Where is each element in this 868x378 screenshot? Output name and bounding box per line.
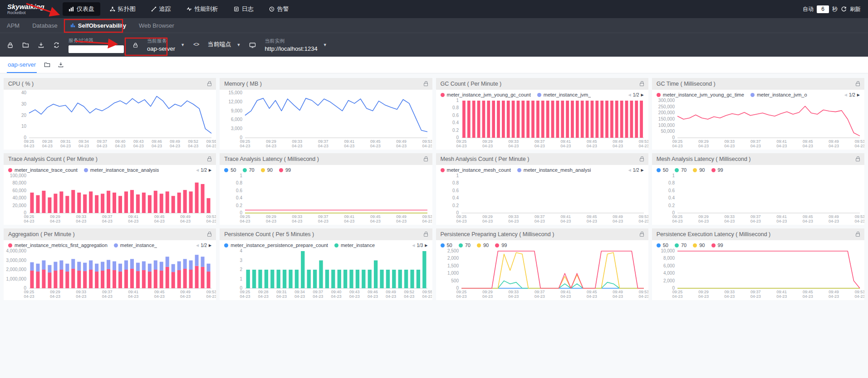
lock-edit-icon[interactable] bbox=[7, 42, 14, 48]
nav-item-profile[interactable]: 性能剖析 bbox=[181, 2, 224, 16]
service-filter-input[interactable] bbox=[69, 45, 124, 53]
legend-item[interactable]: 50 bbox=[441, 242, 452, 248]
legend-next-icon[interactable]: ▶ bbox=[209, 243, 211, 247]
tab-web-browser[interactable]: Web Browser bbox=[139, 22, 174, 29]
legend-item[interactable]: 70 bbox=[675, 167, 687, 173]
svg-text:09:41: 09:41 bbox=[776, 139, 787, 144]
chart-panel-persistence-execution-latency: Persistence Execution Latency ( Millisec… bbox=[652, 228, 864, 300]
nav-item-dashboard[interactable]: 仪表盘 bbox=[63, 2, 100, 16]
refresh-interval-input[interactable] bbox=[817, 5, 829, 13]
legend-prev-icon[interactable]: ◀ bbox=[628, 93, 631, 97]
nav-item-trace[interactable]: 追踪 bbox=[145, 2, 177, 16]
legend-item[interactable]: 70 bbox=[675, 242, 687, 248]
sync-icon[interactable] bbox=[53, 42, 60, 48]
tab-selfobservability[interactable]: SelfObservability bbox=[70, 22, 126, 29]
legend-item[interactable]: meter_instance_trace_count bbox=[8, 167, 78, 173]
legend-item[interactable]: 99 bbox=[711, 167, 723, 173]
svg-text:04-23: 04-23 bbox=[42, 144, 53, 148]
svg-text:09:33: 09:33 bbox=[508, 290, 519, 294]
lock-icon[interactable] bbox=[207, 233, 211, 237]
nav-item-alarm[interactable]: 告警 bbox=[263, 2, 295, 16]
legend-item[interactable]: 70 bbox=[459, 242, 471, 248]
folder-icon[interactable] bbox=[44, 62, 50, 68]
lock-icon[interactable] bbox=[856, 158, 860, 161]
nav-item-log[interactable]: 日志 bbox=[228, 2, 260, 16]
download-icon[interactable] bbox=[58, 62, 64, 68]
legend-next-icon[interactable]: ▶ bbox=[641, 168, 644, 172]
nav-item-topology[interactable]: 拓扑图 bbox=[104, 2, 142, 16]
legend-item[interactable]: meter_instance_jvm_o bbox=[750, 92, 807, 97]
legend-item[interactable]: meter_instance_mesh_count bbox=[441, 167, 511, 173]
refresh-icon[interactable] bbox=[841, 6, 847, 12]
svg-text:04-23: 04-23 bbox=[854, 219, 864, 223]
chart-legend: meter_instance_persistence_prepare_count… bbox=[220, 240, 432, 248]
lock-icon[interactable] bbox=[640, 233, 644, 237]
tab-database[interactable]: Database bbox=[32, 22, 58, 29]
svg-text:09:45: 09:45 bbox=[154, 290, 165, 294]
lock-icon[interactable] bbox=[856, 233, 860, 237]
current-service-selector[interactable]: 当前服务 oap-server ▼ bbox=[147, 38, 185, 52]
legend-item[interactable]: meter_instance_persistence_prepare_count bbox=[224, 242, 328, 248]
chart-plot: 00.20.40.60.8109:2504-2309:2904-2309:330… bbox=[220, 173, 432, 225]
legend-page-number: 1/2 bbox=[849, 92, 855, 97]
legend-item[interactable]: meter_instance_mesh_analysi bbox=[517, 167, 591, 173]
current-endpoint-selector[interactable]: 当前端点 ▼ bbox=[207, 40, 240, 49]
legend-item[interactable]: 90 bbox=[693, 167, 705, 173]
legend-item[interactable]: meter_instance_trace_analysis bbox=[84, 167, 159, 173]
folder-import-icon[interactable] bbox=[22, 42, 29, 48]
legend-prev-icon[interactable]: ◀ bbox=[196, 168, 199, 172]
legend-label: meter_instance_jvm_o bbox=[757, 92, 807, 97]
lock-icon[interactable] bbox=[640, 158, 644, 161]
legend-item[interactable]: 50 bbox=[224, 167, 236, 173]
svg-text:04-23: 04-23 bbox=[170, 144, 180, 148]
legend-item[interactable]: meter_instance bbox=[334, 242, 375, 248]
tab-apm[interactable]: APM bbox=[7, 22, 20, 29]
refresh-label[interactable]: 刷新 bbox=[850, 5, 861, 13]
app-logo[interactable]: Skywalking Rocketbot bbox=[7, 3, 44, 15]
legend-item[interactable]: 50 bbox=[657, 242, 668, 248]
endpoint-code-icon[interactable]: <> bbox=[193, 42, 199, 48]
legend-item[interactable]: meter_instance_jvm_ bbox=[537, 92, 591, 97]
svg-text:04-23: 04-23 bbox=[750, 294, 761, 299]
chart-title: Mesh Analysis Latency ( Millisecond ) bbox=[657, 156, 751, 162]
legend-next-icon[interactable]: ▶ bbox=[641, 93, 644, 97]
svg-text:09:28: 09:28 bbox=[258, 290, 269, 294]
current-instance-selector[interactable]: 当前实例 http://localhost:1234 ▼ bbox=[265, 38, 327, 52]
legend-item[interactable]: meter_instance_jvm_young_gc_count bbox=[441, 92, 531, 97]
legend-item[interactable]: 90 bbox=[693, 242, 705, 248]
legend-next-icon[interactable]: ▶ bbox=[209, 168, 211, 172]
svg-text:04-23: 04-23 bbox=[76, 219, 86, 223]
legend-item[interactable]: meter_instance_ bbox=[114, 242, 157, 248]
service-lock-icon[interactable] bbox=[132, 42, 138, 48]
legend-item[interactable]: 70 bbox=[243, 167, 255, 173]
chart-title: CPU ( % ) bbox=[8, 81, 34, 87]
legend-next-icon[interactable]: ▶ bbox=[857, 93, 860, 97]
legend-item[interactable]: 50 bbox=[657, 167, 668, 173]
instance-monitor-icon[interactable] bbox=[249, 42, 256, 48]
legend-item[interactable]: meter_instance_metrics_first_aggregation bbox=[8, 242, 108, 248]
lock-icon[interactable] bbox=[424, 158, 428, 161]
lock-icon[interactable] bbox=[424, 83, 428, 86]
legend-item[interactable]: meter_instance_jvm_young_gc_time bbox=[657, 92, 744, 97]
lock-icon[interactable] bbox=[424, 233, 428, 237]
legend-prev-icon[interactable]: ◀ bbox=[412, 243, 415, 247]
lock-icon[interactable] bbox=[640, 83, 644, 86]
legend-item[interactable]: 99 bbox=[711, 242, 723, 248]
export-download-icon[interactable] bbox=[38, 42, 44, 48]
legend-item[interactable]: 99 bbox=[495, 242, 507, 248]
lock-icon[interactable] bbox=[856, 83, 860, 86]
legend-item[interactable]: 90 bbox=[477, 242, 489, 248]
svg-text:04-23: 04-23 bbox=[276, 294, 287, 299]
lock-icon[interactable] bbox=[207, 158, 211, 161]
legend-item[interactable]: 99 bbox=[279, 167, 291, 173]
legend-prev-icon[interactable]: ◀ bbox=[628, 168, 631, 172]
legend-next-icon[interactable]: ▶ bbox=[425, 243, 427, 247]
svg-text:04-23: 04-23 bbox=[76, 294, 86, 299]
legend-item[interactable]: 90 bbox=[261, 167, 273, 173]
svg-text:04-23: 04-23 bbox=[586, 294, 597, 299]
legend-prev-icon[interactable]: ◀ bbox=[196, 243, 199, 247]
legend-prev-icon[interactable]: ◀ bbox=[844, 93, 847, 97]
tab-oap-server[interactable]: oap-server bbox=[7, 57, 37, 73]
chart-panel-memory: Memory ( MB ) 03,0006,0009,00012,00015,0… bbox=[220, 78, 432, 150]
lock-icon[interactable] bbox=[207, 83, 211, 86]
